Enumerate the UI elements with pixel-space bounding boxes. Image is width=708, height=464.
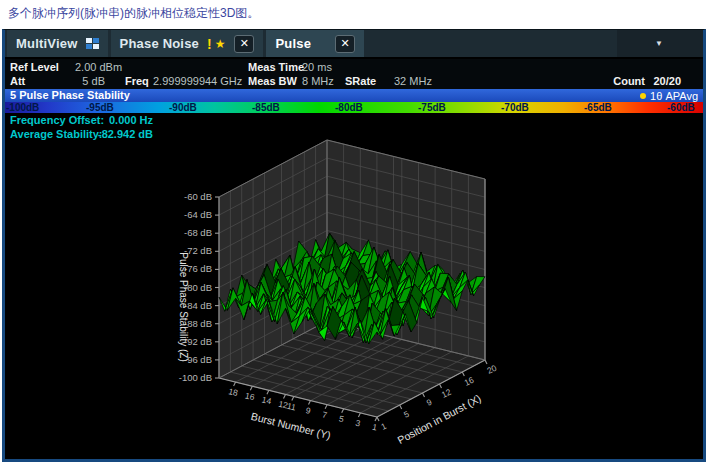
result-window-title: 5 Pulse Phase Stability: [10, 89, 130, 102]
trace-info-label: 1θ APAvg: [650, 90, 698, 102]
count-value: 20/20: [653, 75, 681, 87]
meas-time-value: 20 ms: [302, 61, 332, 73]
tab-bar: MultiView Phase Noise ! ★ ✕ Pulse ✕ ▼: [5, 30, 703, 59]
frequency-offset-value: 0.000 Hz: [93, 114, 153, 126]
meas-bw-value: 8 MHz: [302, 75, 334, 87]
analyzer-window: MultiView Phase Noise ! ★ ✕ Pulse ✕ ▼ Re…: [2, 29, 706, 462]
tab-phase-noise[interactable]: Phase Noise ! ★ ✕: [111, 30, 264, 57]
color-scale-tick: -95dB: [86, 102, 114, 113]
tab-pulse[interactable]: Pulse ✕: [266, 30, 364, 57]
tab-phase-noise-label: Phase Noise: [120, 36, 200, 51]
srate-value: 32 MHz: [394, 75, 432, 87]
average-stability-value: -82.942 dB: [93, 128, 153, 140]
ref-level-label: Ref Level: [10, 61, 59, 73]
freq-label: Freq: [125, 75, 149, 87]
multiview-grid-icon: [86, 38, 99, 49]
freq-value: 2.999999944 GHz: [153, 75, 242, 87]
color-scale: -100dB -95dB -90dB -85dB -80dB -75dB -70…: [5, 102, 703, 113]
tab-pulse-label: Pulse: [275, 36, 311, 51]
color-scale-tick: -60dB: [667, 102, 695, 113]
close-tab-icon[interactable]: ✕: [335, 35, 355, 53]
page-caption: 多个脉冲序列(脉冲串)的脉冲相位稳定性3D图。: [8, 5, 259, 22]
ref-level-value: 2.00 dBm: [75, 61, 122, 73]
tab-multiview-label: MultiView: [16, 36, 78, 51]
color-scale-tick: -80dB: [335, 102, 363, 113]
color-scale-tick: -90dB: [169, 102, 197, 113]
frequency-offset-label: Frequency Offset:: [10, 114, 104, 126]
color-scale-tick: -100dB: [6, 102, 39, 113]
trace-info: 1θ APAvg: [640, 90, 698, 102]
result-window-titlebar[interactable]: 5 Pulse Phase Stability 1θ APAvg: [5, 89, 703, 102]
srate-label: SRate: [345, 75, 376, 87]
trace-dot-icon: [640, 93, 646, 99]
tabbar-right-cap: ▼: [617, 30, 703, 57]
close-tab-icon[interactable]: ✕: [234, 35, 254, 53]
meas-time-label: Meas Time: [248, 61, 304, 73]
average-stability-label: Average Stability:: [10, 128, 103, 140]
warning-icon: !: [207, 36, 212, 52]
color-scale-tick: -65dB: [584, 102, 612, 113]
tab-multiview[interactable]: MultiView: [7, 30, 108, 57]
att-value: 5 dB: [63, 75, 105, 87]
plot-area: Frequency Offset: 0.000 Hz Average Stabi…: [5, 113, 703, 459]
color-scale-tick: -85dB: [252, 102, 280, 113]
color-scale-tick: -75dB: [418, 102, 446, 113]
att-label: Att: [10, 75, 25, 87]
star-icon: ★: [215, 37, 226, 51]
color-scale-tick: -70dB: [501, 102, 529, 113]
meas-bw-label: Meas BW: [248, 75, 297, 87]
chevron-down-icon[interactable]: ▼: [655, 39, 663, 48]
channel-bar: Ref Level 2.00 dBm Meas Time 20 ms Att 5…: [5, 59, 703, 89]
count-label: Count: [613, 75, 645, 87]
